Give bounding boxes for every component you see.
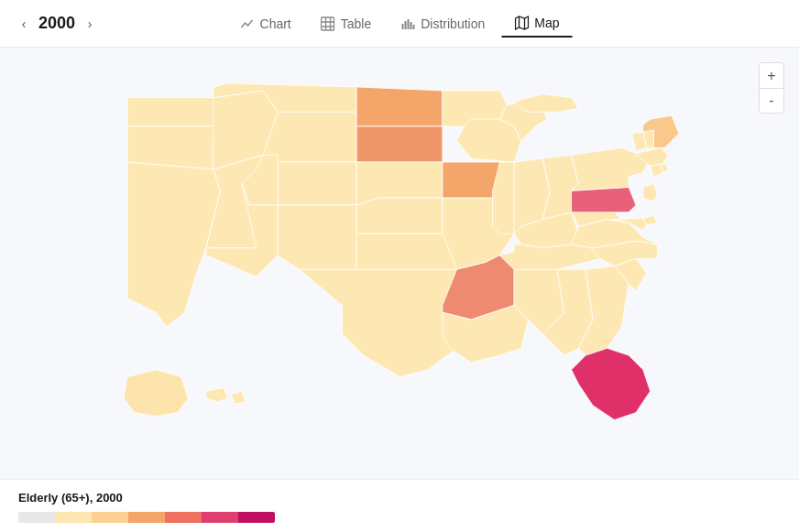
map-icon: [514, 16, 529, 30]
state-nm[interactable]: [278, 205, 356, 269]
chart-icon: [240, 16, 255, 31]
svg-marker-10: [515, 16, 528, 29]
year-back-button[interactable]: ‹: [15, 15, 33, 33]
svg-rect-0: [322, 17, 334, 30]
legend-title: Elderly (65+), 2000: [18, 491, 781, 505]
tab-table[interactable]: Table: [308, 11, 384, 37]
view-tabs: Chart Table: [227, 10, 573, 38]
year-forward-button[interactable]: ›: [81, 15, 99, 33]
state-wi[interactable]: [457, 119, 521, 162]
state-sd[interactable]: [356, 126, 443, 162]
state-ca[interactable]: [127, 162, 221, 327]
state-nd[interactable]: [356, 87, 443, 126]
state-hi2[interactable]: [231, 391, 246, 404]
legend-segment-1: [18, 512, 55, 523]
state-tn[interactable]: [499, 244, 599, 269]
svg-rect-6: [404, 21, 406, 29]
legend: Elderly (65+), 2000: [0, 479, 799, 532]
distribution-icon: [400, 16, 415, 31]
state-pa[interactable]: [572, 187, 636, 212]
svg-rect-5: [401, 24, 403, 29]
svg-rect-8: [410, 22, 411, 29]
legend-segment-4: [128, 512, 165, 523]
state-hi[interactable]: [206, 387, 227, 402]
legend-segment-5: [165, 512, 202, 523]
legend-segment-7: [238, 512, 275, 523]
map-container: + -: [0, 48, 799, 532]
zoom-in-button[interactable]: +: [759, 62, 784, 88]
legend-color-bar: [18, 512, 275, 523]
state-ks[interactable]: [356, 198, 443, 233]
map-svg: [0, 48, 799, 477]
state-mi-upper[interactable]: [514, 94, 578, 113]
legend-segment-2: [55, 512, 92, 523]
svg-rect-9: [412, 25, 414, 29]
tab-chart[interactable]: Chart: [227, 11, 304, 37]
usa-map: [0, 48, 799, 477]
state-co[interactable]: [278, 162, 356, 205]
state-ak[interactable]: [124, 370, 188, 417]
toolbar: ‹ 2000 › Chart Tab: [0, 0, 799, 48]
state-nj[interactable]: [643, 184, 658, 202]
svg-rect-7: [407, 19, 409, 29]
zoom-controls: + -: [759, 62, 784, 114]
year-label: 2000: [38, 14, 75, 33]
tab-map[interactable]: Map: [501, 10, 572, 38]
year-navigation: ‹ 2000 ›: [15, 14, 99, 33]
zoom-out-button[interactable]: -: [759, 88, 784, 114]
legend-segment-3: [92, 512, 128, 523]
table-icon: [321, 16, 335, 31]
tab-distribution[interactable]: Distribution: [388, 11, 498, 37]
legend-segment-6: [202, 512, 238, 523]
state-fl[interactable]: [572, 348, 651, 419]
state-ok[interactable]: [356, 233, 456, 269]
state-tx[interactable]: [300, 269, 465, 376]
